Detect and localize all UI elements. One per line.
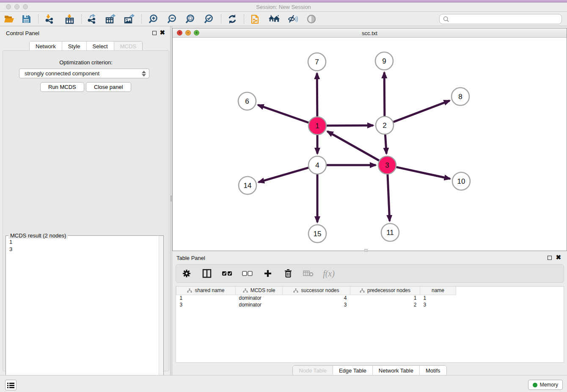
float-panel-icon[interactable] [152,31,157,35]
export-table-icon[interactable] [105,14,117,25]
mcds-result-text[interactable]: 1 3 [7,238,158,392]
graph-edge-2-9[interactable] [384,72,385,116]
horizontal-splitter[interactable] [364,249,368,252]
graph-edge-3-1[interactable] [328,131,379,160]
search-input[interactable] [452,16,558,22]
column-header-successor-nodes[interactable]: successor nodes [283,287,350,295]
toolbar-separator [38,14,39,24]
tree-sort-icon [243,288,248,293]
table-row[interactable]: 1dominator411 [176,295,564,301]
toolbar-search [439,14,562,24]
mcds-result-legend: MCDS result (2 nodes) [8,232,68,239]
graph-node-1[interactable]: 1 [308,117,326,135]
column-layout-icon[interactable] [201,268,212,279]
column-header-MCDS-role[interactable]: MCDS role [236,287,283,295]
memory-button[interactable]: Memory [528,380,563,390]
task-history-button[interactable] [5,380,17,390]
import-network-icon[interactable] [44,14,56,25]
tab-node-table[interactable]: Node Table [293,366,333,375]
table-close-icon[interactable]: ✖ [556,254,561,261]
cell-predecessor-nodes[interactable]: 1 [350,295,420,301]
table-panel: Table Panel ✖ f(x) shared nameMCDS roles… [172,252,567,375]
zoom-in-icon[interactable] [147,14,159,25]
cell-name[interactable]: 3 [420,301,456,308]
cell-shared-name[interactable]: 1 [176,295,236,301]
cell-shared-name[interactable]: 3 [176,301,236,308]
table-tabs: Node TableEdge TableNetwork TableMotifs [172,365,567,376]
add-column-icon[interactable] [262,268,273,279]
graph-node-8[interactable]: 8 [451,88,469,105]
graph-edge-2-3[interactable] [385,135,386,154]
run-mcds-button[interactable]: Run MCDS [40,82,84,92]
tree-sort-icon [293,288,298,293]
deselect-all-icon[interactable] [242,268,253,279]
graph-node-3[interactable]: 3 [378,156,396,174]
hide-panel-icon[interactable] [287,14,299,25]
graph-node-15[interactable]: 15 [308,225,326,243]
close-panel-button[interactable]: Close panel [86,82,131,92]
graph-edge-1-7[interactable] [317,73,317,116]
graph-node-10[interactable]: 10 [452,172,470,190]
tab-network[interactable]: Network [30,41,62,51]
cell-successor-nodes[interactable]: 4 [283,295,350,301]
column-header-predecessor-nodes[interactable]: predecessor nodes [350,287,420,295]
graph-node-9[interactable]: 9 [375,52,393,70]
network-graph: 7968124314101511 [173,38,567,251]
graph-node-2[interactable]: 2 [376,116,394,134]
column-header-shared-name[interactable]: shared name [176,287,236,295]
graph-node-14[interactable]: 14 [239,177,256,194]
delete-icon[interactable] [283,268,294,279]
tab-motifs[interactable]: Motifs [420,366,446,375]
refresh-layout-icon[interactable] [226,14,238,25]
result-scrollbar[interactable] [159,236,163,392]
svg-text:11: 11 [386,229,394,237]
home-icon[interactable] [268,14,280,25]
optimization-criterion-label: Optimization criterion: [3,59,169,66]
graph-node-7[interactable]: 7 [308,53,326,71]
zoom-fit-icon[interactable] [184,14,196,25]
export-image-icon[interactable] [124,14,135,25]
cell-MCDS-role[interactable]: dominator [236,301,283,308]
graph-edge-1-6[interactable] [258,105,308,123]
cell-predecessor-nodes[interactable]: 2 [350,301,420,308]
graph-node-4[interactable]: 4 [308,156,326,174]
svg-text:6: 6 [245,97,249,105]
close-panel-icon[interactable]: ✖ [160,29,165,36]
cell-successor-nodes[interactable]: 3 [283,301,350,308]
open-session-icon[interactable] [3,14,15,25]
graph-edge-1-2[interactable] [327,125,373,126]
cell-name[interactable]: 1 [420,295,456,301]
new-network-file-icon[interactable] [250,14,261,25]
control-panel: Control Panel ✖ NetworkStyleSelectMCDS O… [0,26,172,375]
table-float-icon[interactable] [548,256,552,260]
graph-edge-4-14[interactable] [259,168,308,182]
tree-sort-icon [360,288,365,293]
column-header-name[interactable]: name [420,287,456,295]
select-all-icon[interactable] [222,268,233,279]
network-canvas[interactable]: 7968124314101511 [173,38,567,251]
table-panel-title: Table Panel [176,255,205,261]
graph-node-11[interactable]: 11 [381,224,399,241]
tab-network-table[interactable]: Network Table [373,366,420,375]
cell-MCDS-role[interactable]: dominator [236,295,283,301]
svg-text:8: 8 [458,93,462,101]
export-network-icon[interactable] [86,14,98,25]
import-table-icon[interactable] [64,14,76,25]
graph-edge-3-10[interactable] [396,167,450,179]
tab-select[interactable]: Select [87,41,114,51]
tab-mcds[interactable]: MCDS [114,41,142,51]
gear-icon[interactable] [181,268,192,279]
criterion-dropdown[interactable]: strongly connected component [19,69,149,78]
tab-edge-table[interactable]: Edge Table [333,366,373,375]
zoom-out-icon[interactable] [166,14,178,25]
network-window-titlebar[interactable]: × − + scc.txt [173,28,567,38]
tab-style[interactable]: Style [62,41,87,51]
svg-text:15: 15 [314,230,322,238]
graph-edge-2-8[interactable] [394,101,450,122]
graph-edge-3-11[interactable] [388,174,390,221]
table-row[interactable]: 3dominator323 [176,301,564,308]
zoom-selected-icon[interactable] [203,14,215,25]
graph-node-6[interactable]: 6 [238,92,256,110]
save-session-icon[interactable] [20,14,32,25]
show-panel-icon[interactable] [306,14,317,25]
